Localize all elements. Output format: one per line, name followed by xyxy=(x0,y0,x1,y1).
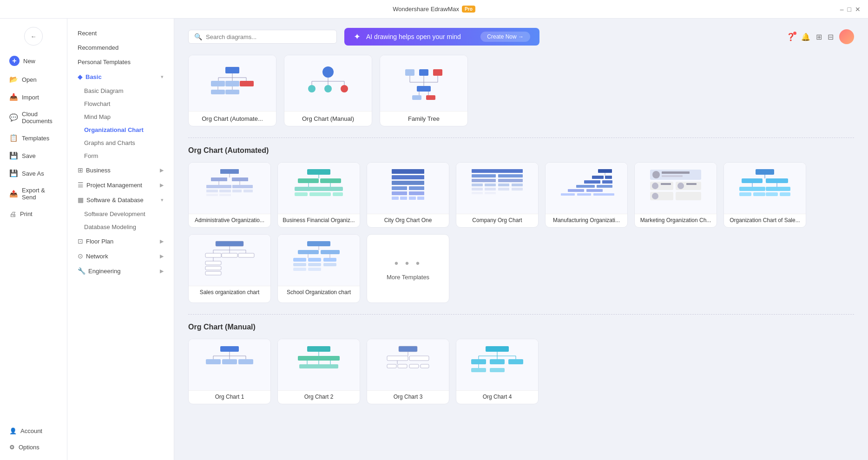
section-title-manual: Org Chart (Manual) xyxy=(188,323,854,331)
template-card-sales-org[interactable]: Sales organization chart xyxy=(188,234,271,303)
sidebar-item-cloud[interactable]: 💬 Cloud Documents xyxy=(3,106,64,129)
sidebar-category-network[interactable]: ⊙ Network ▶ xyxy=(73,249,168,263)
sidebar-item-new[interactable]: + New xyxy=(3,52,64,70)
svg-rect-185 xyxy=(471,359,486,364)
template-card-manual-3[interactable]: Org Chart 3 xyxy=(367,339,449,404)
sidebar-item-save-as[interactable]: 💾 Save As xyxy=(3,165,64,182)
svg-point-21 xyxy=(341,85,348,92)
template-card-marketing-org[interactable]: Marketing Organization Ch... xyxy=(634,162,717,228)
svg-rect-163 xyxy=(298,356,340,361)
sidebar-item-recent[interactable]: Recent xyxy=(73,26,168,40)
svg-rect-179 xyxy=(486,346,509,352)
svg-rect-8 xyxy=(240,81,254,86)
sidebar-category-engineering[interactable]: 🔧 Engineering ▶ xyxy=(73,263,168,278)
sidebar-item-options[interactable]: ⚙ Options xyxy=(3,440,64,455)
svg-rect-82 xyxy=(485,188,496,191)
svg-rect-65 xyxy=(409,186,424,190)
template-card-sales-chart-org[interactable]: Organization Chart of Sale... xyxy=(723,162,806,228)
cloud-icon: 💬 xyxy=(9,113,18,122)
svg-rect-34 xyxy=(426,95,435,100)
sidebar-wide: Recent Recommended Personal Templates ◆ … xyxy=(67,19,174,460)
sidebar-item-templates[interactable]: 📋 Templates xyxy=(3,130,64,146)
template-card-more[interactable]: • • • More Templates xyxy=(367,234,449,303)
sidebar-item-account[interactable]: 👤 Account xyxy=(3,423,64,439)
minimize-btn[interactable]: – xyxy=(840,6,844,13)
help-button[interactable]: ❓ xyxy=(786,33,796,41)
back-button[interactable]: ← xyxy=(24,27,43,46)
sidebar-category-floor-plan[interactable]: ⊡ Floor Plan ▶ xyxy=(73,234,168,249)
svg-rect-89 xyxy=(592,176,604,179)
ai-create-button[interactable]: Create Now → xyxy=(480,32,530,42)
svg-rect-23 xyxy=(419,69,428,76)
sidebar-item-save[interactable]: 💾 Save xyxy=(3,147,64,164)
template-preview-manufacturing-org xyxy=(546,163,627,214)
basic-label: Basic xyxy=(85,73,102,80)
sidebar-item-db-model[interactable]: Database Modeling xyxy=(73,221,168,233)
window-controls[interactable]: – □ ✕ xyxy=(840,6,861,13)
recent-label: Recent xyxy=(78,30,97,37)
svg-rect-103 xyxy=(662,175,683,177)
sidebar-item-mind-map[interactable]: Mind Map xyxy=(73,111,168,123)
floor-plan-label: Floor Plan xyxy=(86,238,113,245)
sidebar-item-flowchart[interactable]: Flowchart xyxy=(73,98,168,110)
svg-rect-81 xyxy=(472,188,483,191)
apps-button[interactable]: ⊞ xyxy=(816,33,822,41)
template-card-biz-fin-org[interactable]: Business Financial Organiz... xyxy=(277,162,360,228)
sidebar-item-graphs[interactable]: Graphs and Charts xyxy=(73,137,168,149)
user-avatar[interactable] xyxy=(839,29,854,44)
search-box[interactable]: 🔍 xyxy=(188,30,337,44)
svg-rect-55 xyxy=(295,187,322,191)
sidebar-item-basic-diagram[interactable]: Basic Diagram xyxy=(73,85,168,97)
template-card-org-auto[interactable]: Org Chart (Automate... xyxy=(188,55,276,126)
svg-point-19 xyxy=(308,85,316,92)
template-card-school-org[interactable]: School Organization chart xyxy=(277,234,360,303)
template-card-admin-org[interactable]: Administrative Organizatio... xyxy=(188,162,271,228)
svg-rect-42 xyxy=(232,185,253,188)
search-input[interactable] xyxy=(206,33,331,40)
sidebar-category-business[interactable]: ⊞ Business ▶ xyxy=(73,163,168,177)
template-card-org-manual[interactable]: Org Chart (Manual) xyxy=(284,55,372,126)
ai-icon: ✦ xyxy=(354,32,361,42)
sidebar-item-sw-dev[interactable]: Software Development xyxy=(73,208,168,220)
template-card-family-tree[interactable]: Family Tree xyxy=(380,55,468,126)
template-card-manual-1[interactable]: Org Chart 1 xyxy=(188,339,271,404)
sidebar-item-recommended[interactable]: Recommended xyxy=(73,40,168,55)
import-icon: 📥 xyxy=(9,93,18,101)
export-icon: 📤 xyxy=(9,190,18,198)
svg-rect-93 xyxy=(576,185,595,188)
sidebar-category-software[interactable]: ▦ Software & Database ▾ xyxy=(73,192,168,207)
recommended-label: Recommended xyxy=(78,44,118,51)
svg-point-13 xyxy=(322,66,334,78)
sidebar-item-personal-templates[interactable]: Personal Templates xyxy=(73,55,168,69)
svg-rect-136 xyxy=(205,266,221,270)
sidebar-category-basic[interactable]: ◆ Basic ▾ xyxy=(73,69,168,84)
sidebar-item-form[interactable]: Form xyxy=(73,150,168,162)
sidebar-item-import[interactable]: 📥 Import xyxy=(3,89,64,105)
svg-rect-69 xyxy=(400,197,407,200)
notification-button[interactable]: 🔔 xyxy=(801,33,810,41)
template-card-city-org[interactable]: City Org Chart One xyxy=(367,162,449,228)
template-card-manufacturing-org[interactable]: Manufacturing Organizati... xyxy=(545,162,628,228)
maximize-btn[interactable]: □ xyxy=(848,6,851,13)
sidebar-item-export[interactable]: 📤 Export & Send xyxy=(3,183,64,205)
layout-button[interactable]: ⊟ xyxy=(828,33,834,41)
template-label-company-org: Company Org Chart xyxy=(456,214,538,227)
sidebar-category-project[interactable]: ☰ Project Management ▶ xyxy=(73,177,168,192)
template-preview-manual-1 xyxy=(189,339,270,390)
svg-rect-141 xyxy=(321,250,340,254)
ai-banner[interactable]: ✦ AI drawing helps open your mind Create… xyxy=(344,28,539,46)
template-card-manual-4[interactable]: Org Chart 4 xyxy=(456,339,539,404)
sidebar-item-open[interactable]: 📂 Open xyxy=(3,71,64,88)
basic-chevron: ▾ xyxy=(161,74,164,80)
sidebar-item-org-chart[interactable]: Organizational Chart xyxy=(73,124,168,136)
close-btn[interactable]: ✕ xyxy=(855,6,861,13)
template-label-admin-org: Administrative Organizatio... xyxy=(189,214,270,227)
svg-rect-95 xyxy=(568,189,584,192)
svg-rect-78 xyxy=(485,184,496,186)
business-label: Business xyxy=(86,167,111,174)
svg-rect-137 xyxy=(205,271,221,275)
template-card-manual-2[interactable]: Org Chart 2 xyxy=(277,339,360,404)
sidebar-item-print[interactable]: 🖨 Print xyxy=(3,206,64,222)
template-card-company-org[interactable]: Company Org Chart xyxy=(456,162,539,228)
template-preview-sales-chart-org xyxy=(724,163,806,214)
